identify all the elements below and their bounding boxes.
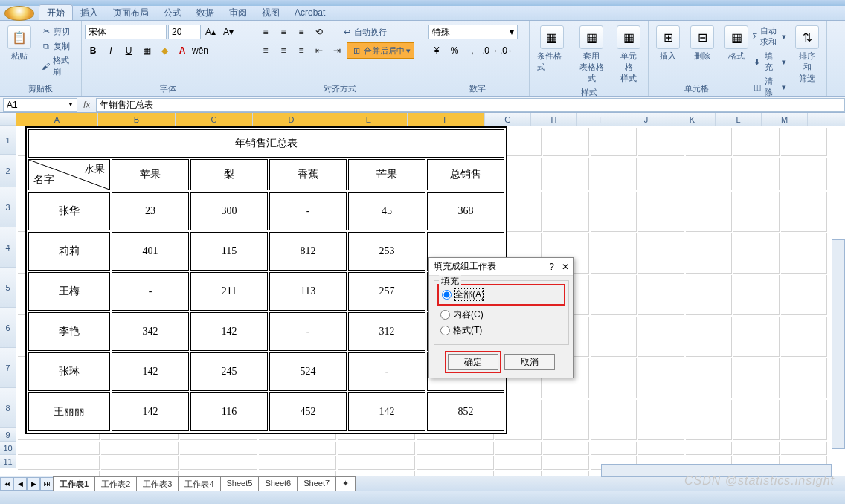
data-cell[interactable]: 368 [427,192,504,230]
sort-filter-button[interactable]: ⇅排序和 筛选 [791,24,823,85]
data-cell[interactable]: 23 [112,192,189,230]
data-cell[interactable]: 45 [348,192,425,230]
data-cell[interactable]: 524 [269,352,347,391]
increase-decimal-icon[interactable]: .0→ [482,43,498,58]
tab-Acrobat[interactable]: Acrobat [287,5,332,20]
autosum-button[interactable]: Σ自动求和▾ [748,24,789,49]
col-header-cell[interactable]: 香蕉 [269,159,347,190]
wrap-text-button[interactable]: ↩自动换行 [338,25,390,39]
align-middle-icon[interactable]: ≡ [275,25,292,39]
tab-nav-next[interactable]: ▶ [27,477,40,491]
font-color-button[interactable]: A [174,43,190,58]
delete-cells-button[interactable]: ⊟删除 [686,24,719,63]
tab-公式[interactable]: 公式 [156,5,189,20]
comma-icon[interactable]: , [464,43,481,58]
conditional-format-button[interactable]: ▦条件格式 [533,24,571,74]
vertical-scrollbar[interactable] [832,239,845,449]
data-cell[interactable]: 852 [427,392,504,431]
col-header-H[interactable]: H [531,113,577,126]
row-header-2[interactable]: 2 [0,155,16,187]
align-top-icon[interactable]: ≡ [257,25,274,39]
tab-nav-last[interactable]: ⏭ [40,477,54,491]
formula-input[interactable]: 年销售汇总表 [96,98,845,112]
data-cell[interactable]: 245 [190,352,268,391]
data-cell[interactable]: 211 [190,272,268,311]
border-button[interactable]: ▦ [138,43,155,58]
ok-button[interactable]: 确定 [448,354,498,370]
tab-数据[interactable]: 数据 [189,5,222,20]
tab-审阅[interactable]: 审阅 [222,5,254,20]
tab-页面布局[interactable]: 页面布局 [106,5,156,20]
col-header-D[interactable]: D [253,113,330,126]
data-cell[interactable]: 113 [269,272,347,311]
row-header-9[interactable]: 9 [0,428,16,442]
tab-nav-prev[interactable]: ◀ [13,477,27,491]
row-name-cell[interactable]: 李艳 [28,312,110,351]
row-name-cell[interactable]: 王丽丽 [28,392,110,431]
col-header-cell[interactable]: 总销售 [427,159,504,190]
decrease-font-icon[interactable]: A▾ [220,25,237,39]
row-header-3[interactable]: 3 [0,187,16,227]
col-header-A[interactable]: A [16,113,98,126]
sheet-tab-Sheet5[interactable]: Sheet5 [220,476,260,491]
col-header-cell[interactable]: 梨 [190,159,268,190]
decrease-indent-icon[interactable]: ⇤ [311,43,327,58]
help-icon[interactable]: ? [549,262,554,272]
data-cell[interactable]: - [348,352,425,391]
col-header-L[interactable]: L [716,113,762,126]
insert-cells-button[interactable]: ⊞插入 [652,24,684,63]
data-cell[interactable]: 142 [190,312,268,351]
row-name-cell[interactable]: 张琳 [28,352,110,391]
increase-indent-icon[interactable]: ⇥ [329,43,345,58]
row-header-1[interactable]: 1 [0,126,16,155]
sheet-tab-Sheet6[interactable]: Sheet6 [258,476,298,491]
sheet-tab-工作表4[interactable]: 工作表4 [178,476,220,491]
tab-开始[interactable]: 开始 [39,4,73,20]
cancel-button[interactable]: 取消 [504,354,555,370]
font-name-combo[interactable]: 宋体 [85,25,167,39]
row-header-7[interactable]: 7 [0,348,16,388]
radio-format[interactable]: 格式(T) [440,323,562,338]
sheet-tab-Sheet7[interactable]: Sheet7 [297,476,336,491]
col-header-M[interactable]: M [762,113,808,126]
col-header-G[interactable]: G [485,113,531,126]
col-header-I[interactable]: I [577,113,623,126]
align-center-icon[interactable]: ≡ [275,43,292,58]
number-format-combo[interactable]: 特殊▾ [428,25,518,39]
row-header-4[interactable]: 4 [0,227,16,268]
row-header-11[interactable]: 11 [0,455,16,468]
col-header-F[interactable]: F [408,113,485,126]
data-cell[interactable]: 115 [190,232,268,271]
data-cell[interactable]: 142 [348,392,425,431]
row-name-cell[interactable]: 张华 [28,192,110,230]
col-header-K[interactable]: K [669,113,716,126]
radio-content[interactable]: 内容(C) [440,307,562,323]
data-cell[interactable]: 142 [112,392,189,431]
tab-nav-first[interactable]: ⏮ [0,477,13,491]
data-cell[interactable]: - [269,312,347,351]
align-left-icon[interactable]: ≡ [257,43,274,58]
currency-icon[interactable]: ¥ [428,43,445,58]
phonetic-button[interactable]: wên [192,43,208,58]
row-header-5[interactable]: 5 [0,268,16,308]
sheet-tab-工作表1[interactable]: 工作表1 [53,476,95,491]
tab-插入[interactable]: 插入 [73,5,106,20]
orientation-icon[interactable]: ⟲ [311,25,327,39]
new-sheet-tab[interactable]: ✦ [335,476,356,491]
data-cell[interactable]: 452 [269,392,347,431]
sheet-tab-工作表3[interactable]: 工作表3 [136,476,179,491]
fx-icon[interactable]: fx [83,100,90,110]
data-cell[interactable]: 342 [112,312,189,351]
fill-color-button[interactable]: ◆ [156,43,173,58]
data-cell[interactable]: 812 [269,232,347,271]
font-size-combo[interactable]: 20 [168,25,201,39]
radio-all[interactable]: 全部(A) [442,287,561,303]
table-title[interactable]: 年销售汇总表 [28,129,504,158]
row-header-6[interactable]: 6 [0,308,16,348]
bold-button[interactable]: B [85,43,101,58]
row-name-cell[interactable]: 莉莉 [28,232,110,271]
cell-styles-button[interactable]: ▦单元格 样式 [612,24,645,85]
diagonal-header[interactable]: 水果名字 [28,159,110,190]
col-header-B[interactable]: B [98,113,176,126]
cut-button[interactable]: ✂剪切 [37,24,78,39]
